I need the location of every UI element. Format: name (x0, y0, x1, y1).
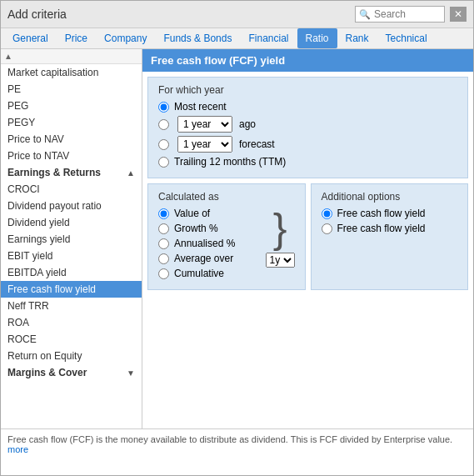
footer-more-link[interactable]: more (7, 444, 28, 454)
radio-ttm-input[interactable] (158, 157, 169, 168)
sidebar-item-price-ntav[interactable]: Price to NTAV (1, 148, 142, 164)
calc-growth-input[interactable] (158, 223, 169, 234)
ago-label: ago (239, 118, 256, 130)
tab-company[interactable]: Company (96, 28, 155, 48)
radio-ttm: Trailing 12 months (TTM) (158, 156, 457, 168)
calc-cumulative-label: Cumulative (174, 268, 224, 279)
for-year-title: For which year (158, 84, 457, 96)
calc-radio-list: Value of Growth % Annualised % Aver (158, 208, 262, 283)
calc-growth-label: Growth % (174, 223, 218, 234)
close-button[interactable]: ✕ (450, 7, 467, 22)
sidebar-item-neff-trr[interactable]: Neff TRR (1, 298, 142, 314)
tab-financial[interactable]: Financial (240, 28, 297, 48)
brace-icon: } (273, 208, 287, 249)
tab-price[interactable]: Price (57, 28, 96, 48)
sidebar-item-pe[interactable]: PE (1, 81, 142, 98)
calc-radio-growth: Growth % (158, 223, 262, 234)
forecast-label: forecast (239, 138, 275, 150)
radio-most-recent-label: Most recent (174, 101, 227, 113)
period-select[interactable]: 1y 2y 3y 4y 5y (266, 253, 295, 268)
sidebar-scroll-top: ▲ (1, 49, 142, 64)
ago-year-select[interactable]: 1 year 2 years 3 years (177, 116, 232, 133)
sidebar: ▲ Market capitalisation PE PEG PEGY Pric… (1, 49, 142, 428)
sidebar-item-roe[interactable]: Return on Equity (1, 348, 142, 364)
sidebar-section-earnings[interactable]: Earnings & Returns ▲ (1, 164, 142, 181)
dialog-header: Add criteria 🔍 ✕ (1, 1, 473, 28)
sidebar-item-peg[interactable]: PEG (1, 98, 142, 114)
sidebar-item-earnings-yield[interactable]: Earnings yield (1, 231, 142, 248)
sidebar-item-market-cap[interactable]: Market capitalisation (1, 64, 142, 81)
sidebar-item-roce[interactable]: ROCE (1, 331, 142, 348)
sidebar-item-ebit-yield[interactable]: EBIT yield (1, 248, 142, 264)
for-year-box: For which year Most recent 1 year 2 year… (147, 77, 468, 178)
sidebar-item-croci[interactable]: CROCI (1, 181, 142, 198)
brace-and-period: } 1y 2y 3y 4y 5y (262, 208, 295, 268)
forecast-year-select[interactable]: 1 year 2 years 3 years (177, 136, 232, 153)
radio-ago-input[interactable] (158, 119, 169, 130)
fcf-header: Free cash flow (FCF) yield (142, 49, 473, 72)
radio-forecast-input[interactable] (158, 139, 169, 150)
tab-ratio[interactable]: Ratio (297, 28, 337, 48)
search-icon: 🔍 (359, 9, 371, 20)
additional-radio-fcf2: Free cash flow yield (322, 223, 458, 234)
radio-ago: 1 year 2 years 3 years ago (158, 116, 457, 133)
search-input[interactable] (374, 8, 441, 20)
calc-average-input[interactable] (158, 253, 169, 264)
tab-technical[interactable]: Technical (377, 28, 436, 48)
search-box: 🔍 (355, 6, 445, 23)
calc-options: Value of Growth % Annualised % Aver (158, 208, 295, 283)
calc-title: Calculated as (158, 191, 295, 203)
additional-fcf1-input[interactable] (322, 208, 332, 219)
calc-value-input[interactable] (158, 208, 169, 219)
right-panel: Free cash flow (FCF) yield For which yea… (142, 49, 473, 428)
additional-title: Additional options (322, 191, 458, 203)
main-content: ▲ Market capitalisation PE PEG PEGY Pric… (1, 49, 473, 428)
calculated-as-box: Calculated as Value of Growth % (147, 183, 306, 290)
additional-fcf1-label: Free cash flow yield (337, 208, 426, 219)
calc-cumulative-input[interactable] (158, 268, 169, 279)
calc-average-label: Average over (174, 253, 233, 264)
additional-radio-fcf1: Free cash flow yield (322, 208, 458, 219)
sidebar-item-fcf-yield[interactable]: Free cash flow yield (1, 281, 142, 298)
calc-radio-annualised: Annualised % (158, 238, 262, 249)
calc-annualised-label: Annualised % (174, 238, 235, 249)
radio-forecast: 1 year 2 years 3 years forecast (158, 136, 457, 153)
sidebar-item-div-payout[interactable]: Dividend payout ratio (1, 198, 142, 214)
calc-radio-average: Average over (158, 253, 262, 264)
additional-options-box: Additional options Free cash flow yield … (311, 183, 469, 290)
additional-fcf2-input[interactable] (322, 223, 332, 234)
footer-text: Free cash flow (FCF) is the money availa… (7, 434, 452, 444)
footer: Free cash flow (FCF) is the money availa… (1, 428, 473, 459)
calc-value-label: Value of (174, 208, 210, 219)
nav-tabs: General Price Company Funds & Bonds Fina… (1, 28, 473, 49)
radio-ttm-label: Trailing 12 months (TTM) (174, 156, 286, 168)
radio-most-recent: Most recent (158, 101, 457, 113)
sidebar-item-roa[interactable]: ROA (1, 314, 142, 331)
sidebar-item-price-nav[interactable]: Price to NAV (1, 131, 142, 148)
tab-rank[interactable]: Rank (337, 28, 377, 48)
calc-annualised-input[interactable] (158, 238, 169, 249)
radio-most-recent-input[interactable] (158, 102, 169, 113)
tab-funds[interactable]: Funds & Bonds (155, 28, 240, 48)
sidebar-item-ebitda-yield[interactable]: EBITDA yield (1, 264, 142, 281)
sidebar-item-div-yield[interactable]: Dividend yield (1, 214, 142, 231)
dialog-title: Add criteria (7, 8, 348, 21)
sidebar-section-margins[interactable]: Margins & Cover ▼ (1, 364, 142, 381)
calc-radio-cumulative: Cumulative (158, 268, 262, 279)
earnings-section-arrow: ▲ (127, 168, 135, 178)
margins-section-arrow: ▼ (127, 368, 135, 378)
calc-radio-value: Value of (158, 208, 262, 219)
additional-fcf2-label: Free cash flow yield (337, 223, 426, 234)
sidebar-item-pegy[interactable]: PEGY (1, 114, 142, 131)
bottom-boxes: Calculated as Value of Growth % (147, 183, 468, 290)
tab-general[interactable]: General (4, 28, 57, 48)
